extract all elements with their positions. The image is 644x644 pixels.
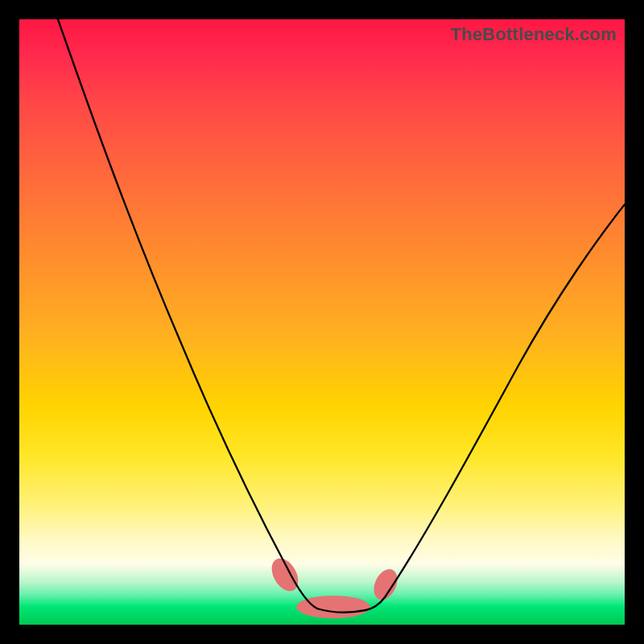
marker-blobs	[266, 554, 402, 618]
curve-right-branch	[385, 204, 625, 597]
curve-left-branch	[58, 19, 317, 609]
marker-blob-left	[266, 554, 303, 596]
chart-svg	[19, 19, 625, 625]
plot-area: TheBottleneck.com	[19, 19, 625, 625]
outer-frame: TheBottleneck.com	[0, 0, 644, 644]
